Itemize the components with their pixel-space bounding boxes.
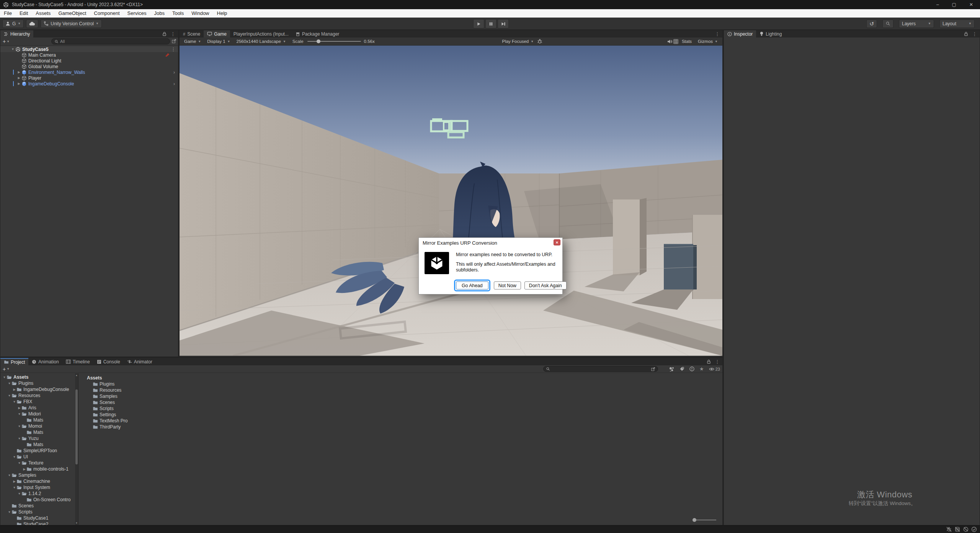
tab-scene[interactable]: # Scene [180,30,204,38]
project-tree-row[interactable]: ▼ FBX [0,399,78,405]
undo-history-button[interactable]: ↺ [866,20,877,28]
menu-item[interactable]: Help [213,9,231,17]
project-tree-row[interactable]: Mats [0,441,78,448]
vsync-grid-icon[interactable] [673,39,678,44]
menu-item[interactable]: GameObject [54,9,90,17]
project-tree-row[interactable]: Scenes [0,503,78,509]
pause-button[interactable] [485,19,497,28]
game-panel-menu-button[interactable]: ⋮ [715,31,720,37]
game-viewport[interactable] [180,46,722,356]
project-tree-row[interactable]: StudyCase2 [0,521,78,525]
expand-arrow-open[interactable]: ▼ [12,399,16,405]
tab-playerinputactions[interactable]: PlayerInputActions (Input... [230,30,292,38]
project-tree-row[interactable]: ▼ Resources [0,392,78,399]
open-search-window-icon[interactable] [651,367,655,371]
hierarchy-row[interactable]: Directional Light [0,58,178,64]
frame-debugger-icon[interactable] [537,39,542,44]
asset-list-item[interactable]: Resources [78,387,722,393]
not-now-button[interactable]: Not Now [494,281,521,289]
layout-dropdown[interactable]: Layout▼ [939,20,975,28]
expand-arrow-open[interactable]: ▼ [7,393,11,399]
expand-arrow-open[interactable]: ▼ [7,381,11,386]
expand-arrow-open[interactable]: ▼ [10,46,15,52]
tab-project[interactable]: Project [0,358,28,365]
project-tree-row[interactable]: Mats [0,417,78,423]
hierarchy-row[interactable]: ▶ IngameDebugConsole › [0,81,178,87]
mute-audio-icon[interactable] [667,39,673,44]
resolution-dropdown[interactable]: 2560x1440 Landscape▼ [234,38,288,45]
cloud-button[interactable] [26,20,38,28]
menu-item[interactable]: Window [188,9,213,17]
lock-icon[interactable] [162,31,167,36]
project-tree-row[interactable]: ▶ Aris [0,405,78,411]
menu-item[interactable]: Jobs [150,9,168,17]
hierarchy-add-button[interactable]: +▼ [0,38,12,44]
search-importlog-icon[interactable] [689,366,694,371]
prefab-chevron[interactable]: › [173,70,175,75]
project-tree-scrollbar[interactable]: ▲ ▼ [75,373,78,525]
project-tree-row[interactable]: ▼ Yuzu [0,435,78,441]
play-button[interactable] [473,19,484,28]
expand-arrow-closed[interactable]: ▶ [16,69,21,75]
expand-arrow-open[interactable]: ▼ [2,374,7,380]
search-by-label-icon[interactable] [679,366,684,371]
expand-arrow-closed[interactable]: ▶ [17,405,21,411]
expand-arrow-open[interactable]: ▼ [12,485,16,490]
tab-console[interactable]: Console [93,358,124,365]
inspector-menu-button[interactable]: ⋮ [972,31,977,37]
menu-item[interactable]: Tools [168,9,188,17]
asset-list-item[interactable]: Settings [78,412,722,418]
menu-item[interactable]: File [0,9,16,17]
collab-offline-icon[interactable] [963,526,969,532]
menu-item[interactable]: Component [90,9,123,17]
expand-arrow-closed[interactable]: ▶ [16,81,21,87]
asset-list-item[interactable]: Scripts [78,405,722,412]
step-button[interactable] [498,19,509,28]
hidden-count-toggle[interactable]: 23 [709,367,720,371]
gizmos-dropdown[interactable]: Gizmos▼ [695,38,720,45]
project-tree-row[interactable]: ▼ Midori [0,411,78,417]
project-tree-row[interactable]: StudyCase1 [0,515,78,521]
hierarchy-row[interactable]: Main Camera [0,52,178,58]
menu-item[interactable]: Assets [32,9,54,17]
scale-slider[interactable] [307,41,361,42]
asset-list-item[interactable]: TextMesh Pro [78,418,722,424]
scene-menu-button[interactable]: ⋮ [171,47,176,52]
layers-dropdown[interactable]: Layers▼ [899,20,934,28]
project-add-button[interactable]: +▼ [0,366,12,372]
cache-server-disconnected-icon[interactable] [954,526,960,532]
tab-package-manager[interactable]: Package Manager [292,30,343,38]
project-tree-row[interactable]: ▼ Input System [0,484,78,490]
dialog-close-button[interactable]: × [554,239,560,245]
project-tree-row[interactable]: ▼ Assets [0,374,78,380]
expand-arrow-closed[interactable]: ▶ [12,387,16,392]
project-tree-row[interactable]: ▼ UI [0,454,78,460]
project-tree-row[interactable]: ▼ 1.14.2 [0,490,78,497]
project-search-field[interactable] [543,366,658,372]
hierarchy-search-field[interactable]: All [51,38,170,44]
hierarchy-row[interactable]: ▶ Player [0,75,178,81]
version-control-button[interactable]: Unity Version Control▼ [41,20,102,28]
play-focused-dropdown[interactable]: Play Focused▼ [500,38,537,45]
tab-inspector[interactable]: Inspector [724,30,756,38]
progress-ok-icon[interactable] [971,526,977,532]
project-tree-row[interactable]: On-Screen Contro [0,497,78,503]
go-ahead-button[interactable]: Go Ahead [456,281,488,289]
expand-arrow-closed[interactable]: ▶ [12,479,16,484]
menu-item[interactable]: Services [124,9,150,17]
expand-arrow-open[interactable]: ▼ [7,473,11,478]
game-display-target-dropdown[interactable]: Game▼ [181,38,204,45]
project-tree-row[interactable]: ▼ Scripts [0,509,78,515]
lock-icon[interactable] [964,31,969,36]
tab-hierarchy[interactable]: Hierarchy [0,30,33,38]
hierarchy-row[interactable]: ▼ StudyCase5 ⋮ [0,46,178,52]
hierarchy-menu-button[interactable]: ⋮ [171,31,175,37]
project-tree-row[interactable]: ▶ mobile-controls-1 [0,466,78,472]
close-button[interactable]: ✕ [969,2,973,7]
window-titlebar[interactable]: StudyCase - StudyCase5 - Android - Unity… [0,0,980,9]
dont-ask-again-button[interactable]: Don't Ask Again [524,281,567,289]
project-tree-row[interactable]: Mats [0,429,78,435]
stats-button[interactable]: Stats [679,38,694,45]
project-tree-row[interactable]: ▶ IngameDebugConsole [0,386,78,392]
display-dropdown[interactable]: Display 1▼ [204,38,233,45]
